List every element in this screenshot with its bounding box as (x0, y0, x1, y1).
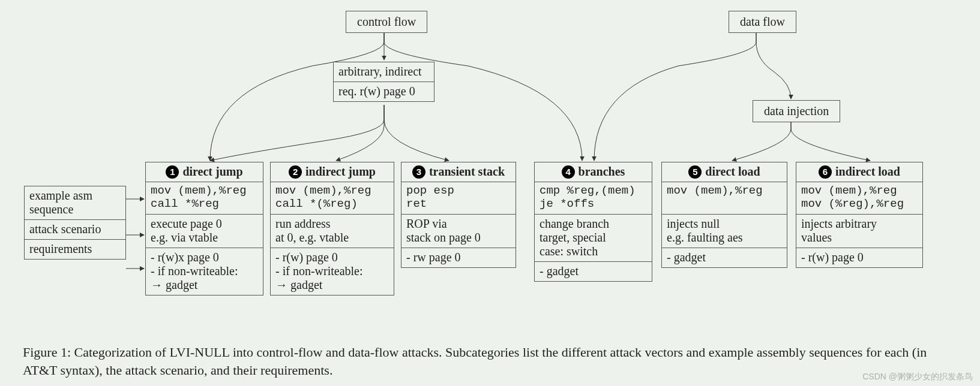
figure-caption: Figure 1: Categorization of LVI-NULL int… (23, 343, 956, 379)
asm: mov (mem),%reg mov (%reg),%reg (796, 182, 922, 215)
col-header: 6indirect load (796, 162, 922, 182)
attack: ROP via stack on page 0 (401, 215, 516, 248)
attack: injects null e.g. faulting aes (662, 215, 787, 248)
req: - gadget (662, 248, 787, 267)
col-header: 5direct load (662, 162, 787, 182)
badge-num: 1 (166, 165, 179, 179)
req: - rw page 0 (401, 248, 516, 267)
col-header: 2indirect jump (271, 162, 394, 182)
node-data-injection: data injection (753, 100, 840, 122)
col-title: branches (579, 165, 625, 178)
attack: run address at 0, e.g. vtable (271, 215, 394, 248)
col-direct-load: 5direct load mov (mem),%reg injects null… (661, 162, 787, 268)
attack: change branch target, special case: swit… (535, 215, 652, 262)
req: - r(w)x page 0 - if non-writeable: → gad… (146, 248, 263, 295)
asm: cmp %reg,(mem) je *offs (535, 182, 652, 215)
col-indirect-load: 6indirect load mov (mem),%reg mov (%reg)… (796, 162, 923, 268)
asm: mov (mem),%reg call *%reg (146, 182, 263, 215)
label: data injection (764, 104, 829, 117)
watermark: CSDN @粥粥少女的抧发条鸟 (862, 372, 973, 382)
col-header: 1direct jump (146, 162, 263, 182)
label: req. r(w) page 0 (334, 82, 434, 101)
col-direct-jump: 1direct jump mov (mem),%reg call *%reg e… (145, 162, 263, 295)
node-control-flow: control flow (346, 11, 427, 33)
node-data-flow: data flow (729, 11, 796, 33)
badge-num: 2 (289, 165, 302, 179)
row-labels: example asm sequence attack scenario req… (24, 186, 126, 260)
col-title: direct load (705, 165, 760, 178)
req: - gadget (535, 262, 652, 281)
diagram-canvas: control flow data flow arbitrary, indire… (0, 0, 980, 386)
col-title: transient stack (429, 165, 505, 178)
badge-num: 6 (819, 165, 832, 179)
rowlabel-req: requirements (25, 240, 125, 259)
col-header: 3transient stack (401, 162, 516, 182)
rowlabel-asm: example asm sequence (25, 186, 125, 220)
col-title: direct jump (182, 165, 242, 178)
asm: mov (mem),%reg call *(%reg) (271, 182, 394, 215)
attack: execute page 0 e.g. via vtable (146, 215, 263, 248)
attack: injects arbitrary values (796, 215, 922, 248)
label: control flow (357, 15, 416, 28)
col-indirect-jump: 2indirect jump mov (mem),%reg call *(%re… (270, 162, 394, 295)
col-header: 4branches (535, 162, 652, 182)
label: data flow (740, 15, 785, 28)
col-transient-stack: 3transient stack pop esp ret ROP via sta… (401, 162, 516, 268)
col-title: indirect load (835, 165, 900, 178)
req: - r(w) page 0 (796, 248, 922, 267)
asm: pop esp ret (401, 182, 516, 215)
req: - r(w) page 0 - if non-writeable: → gadg… (271, 248, 394, 295)
rowlabel-attack: attack scenario (25, 220, 125, 240)
badge-num: 5 (688, 165, 702, 179)
label: arbitrary, indirect (334, 62, 434, 82)
node-arbitrary-indirect: arbitrary, indirect req. r(w) page 0 (333, 62, 434, 102)
col-branches: 4branches cmp %reg,(mem) je *offs change… (534, 162, 652, 282)
badge-num: 4 (562, 165, 575, 179)
asm: mov (mem),%reg (662, 182, 787, 215)
col-title: indirect jump (305, 165, 376, 178)
badge-num: 3 (412, 165, 425, 179)
